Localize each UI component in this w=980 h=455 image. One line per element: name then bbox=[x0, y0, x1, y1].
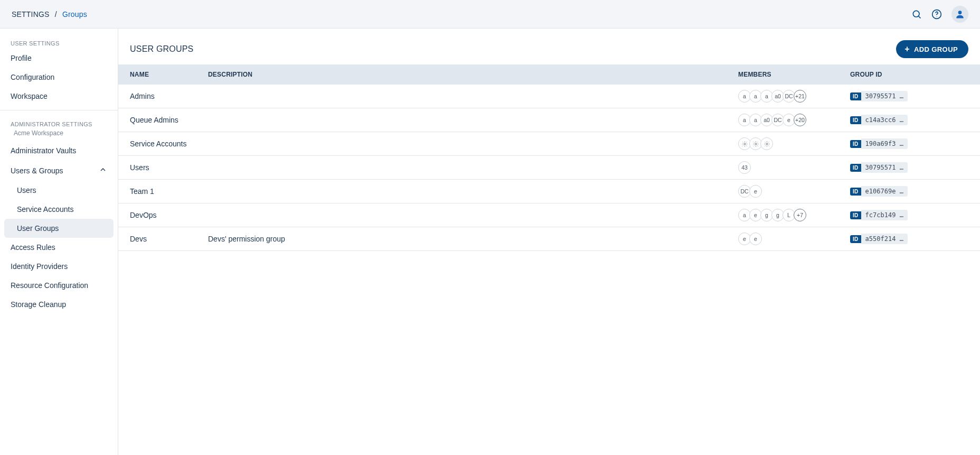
breadcrumb-sep: / bbox=[55, 10, 57, 18]
group-name[interactable]: Users bbox=[130, 163, 149, 172]
group-id-value: 30795571 … bbox=[861, 162, 908, 173]
add-group-label: ADD GROUP bbox=[914, 45, 958, 53]
table-row[interactable]: Users43ID30795571 … bbox=[118, 156, 980, 180]
group-id-badge[interactable]: IDa550f214 … bbox=[850, 234, 973, 244]
group-id-badge[interactable]: IDc14a3cc6 … bbox=[850, 115, 973, 125]
page-title: USER GROUPS bbox=[130, 44, 193, 54]
svg-point-7 bbox=[766, 143, 767, 144]
breadcrumb-settings[interactable]: SETTINGS bbox=[12, 10, 50, 18]
sidebar-item-users[interactable]: Users bbox=[0, 181, 118, 200]
group-id-badge[interactable]: ID30795571 … bbox=[850, 91, 973, 101]
sidebar-section-user: USER SETTINGS bbox=[0, 34, 118, 49]
sidebar-item-identity-providers[interactable]: Identity Providers bbox=[0, 257, 118, 276]
groups-table: NAME DESCRIPTION MEMBERS GROUP ID Admins… bbox=[118, 64, 980, 251]
page-header: USER GROUPS + ADD GROUP bbox=[118, 29, 980, 64]
members-avatars bbox=[738, 137, 835, 150]
sidebar-item-profile[interactable]: Profile bbox=[0, 49, 118, 68]
members-avatars: aaaa0DC+21 bbox=[738, 90, 835, 103]
members-overflow-count[interactable]: +21 bbox=[794, 90, 806, 103]
col-header-members[interactable]: MEMBERS bbox=[731, 64, 843, 85]
sidebar-item-storage-cleanup[interactable]: Storage Cleanup bbox=[0, 295, 118, 314]
plus-icon: + bbox=[904, 45, 910, 53]
sidebar-item-label: Users & Groups bbox=[11, 166, 63, 175]
sidebar-item-access-rules[interactable]: Access Rules bbox=[0, 238, 118, 257]
members-overflow-count[interactable]: +7 bbox=[794, 209, 806, 221]
group-name[interactable]: Admins bbox=[130, 92, 155, 100]
table-row[interactable]: Team 1DCeIDe106769e … bbox=[118, 180, 980, 203]
topbar-actions bbox=[911, 6, 968, 23]
col-header-name[interactable]: NAME bbox=[118, 64, 201, 85]
id-label: ID bbox=[850, 188, 861, 196]
add-group-button[interactable]: + ADD GROUP bbox=[896, 40, 968, 58]
sidebar-item-service-accounts[interactable]: Service Accounts bbox=[0, 200, 118, 219]
group-id-badge[interactable]: ID190a69f3 … bbox=[850, 138, 973, 149]
table-row[interactable]: DevOpsaeggL+7IDfc7cb149 … bbox=[118, 203, 980, 227]
breadcrumb-groups[interactable]: Groups bbox=[62, 10, 87, 18]
table-row[interactable]: Queue Adminsaaa0DCe+20IDc14a3cc6 … bbox=[118, 108, 980, 132]
group-id-badge[interactable]: IDe106769e … bbox=[850, 186, 973, 197]
svg-point-0 bbox=[913, 11, 919, 17]
svg-point-3 bbox=[937, 16, 937, 16]
group-name[interactable]: Team 1 bbox=[130, 187, 154, 196]
sidebar-divider bbox=[0, 110, 118, 110]
members-count[interactable]: 43 bbox=[738, 161, 751, 174]
col-header-description[interactable]: DESCRIPTION bbox=[201, 64, 731, 85]
svg-point-4 bbox=[958, 11, 962, 14]
members-avatars: aeggL+7 bbox=[738, 209, 835, 221]
svg-line-1 bbox=[919, 16, 921, 18]
sidebar-item-user-groups[interactable]: User Groups bbox=[4, 219, 114, 238]
sidebar: USER SETTINGS ProfileConfigurationWorksp… bbox=[0, 29, 118, 455]
col-header-group-id[interactable]: GROUP ID bbox=[843, 64, 980, 85]
help-icon[interactable] bbox=[931, 9, 942, 20]
group-name[interactable]: Queue Admins bbox=[130, 116, 178, 124]
group-name[interactable]: Service Accounts bbox=[130, 140, 186, 148]
sidebar-item-workspace[interactable]: Workspace bbox=[0, 87, 118, 106]
group-id-badge[interactable]: IDfc7cb149 … bbox=[850, 210, 973, 220]
members-overflow-count[interactable]: +20 bbox=[794, 114, 806, 126]
group-id-value: fc7cb149 … bbox=[861, 210, 908, 220]
member-avatar[interactable]: e bbox=[749, 185, 762, 198]
group-name[interactable]: DevOps bbox=[130, 211, 157, 219]
table-row[interactable]: Service AccountsID190a69f3 … bbox=[118, 132, 980, 156]
members-avatars: DCe bbox=[738, 185, 835, 198]
members-avatars: 43 bbox=[738, 161, 835, 174]
main-content: USER GROUPS + ADD GROUP NAME DESCRIPTION… bbox=[118, 29, 980, 455]
id-label: ID bbox=[850, 140, 861, 148]
group-id-value: a550f214 … bbox=[861, 234, 908, 244]
table-row[interactable]: DevsDevs' permission groupeeIDa550f214 … bbox=[118, 227, 980, 251]
sidebar-item-resource-configuration[interactable]: Resource Configuration bbox=[0, 276, 118, 295]
table-row[interactable]: Adminsaaaa0DC+21ID30795571 … bbox=[118, 85, 980, 108]
sidebar-item-configuration[interactable]: Configuration bbox=[0, 68, 118, 87]
member-avatar[interactable]: e bbox=[749, 233, 762, 245]
sidebar-section-admin: ADMINISTRATOR SETTINGS bbox=[0, 115, 118, 129]
id-label: ID bbox=[850, 235, 861, 243]
members-avatars: aaa0DCe+20 bbox=[738, 114, 835, 126]
breadcrumb: SETTINGS / Groups bbox=[12, 10, 87, 18]
sidebar-workspace-name: Acme Workspace bbox=[0, 129, 118, 141]
group-id-value: e106769e … bbox=[861, 186, 908, 197]
svg-point-5 bbox=[743, 143, 745, 144]
members-avatars: ee bbox=[738, 233, 835, 245]
group-id-value: c14a3cc6 … bbox=[861, 115, 908, 125]
group-name[interactable]: Devs bbox=[130, 235, 147, 243]
id-label: ID bbox=[850, 116, 861, 124]
search-icon[interactable] bbox=[911, 9, 922, 20]
id-label: ID bbox=[850, 164, 861, 172]
id-label: ID bbox=[850, 211, 861, 219]
group-id-badge[interactable]: ID30795571 … bbox=[850, 162, 973, 173]
sidebar-item-users-groups[interactable]: Users & Groups bbox=[0, 160, 118, 181]
group-description: Devs' permission group bbox=[208, 235, 285, 243]
sidebar-item-administrator-vaults[interactable]: Administrator Vaults bbox=[0, 141, 118, 160]
chevron-up-icon bbox=[99, 165, 107, 175]
topbar: SETTINGS / Groups bbox=[0, 0, 980, 29]
user-avatar[interactable] bbox=[951, 6, 968, 23]
id-label: ID bbox=[850, 92, 861, 100]
service-account-icon[interactable] bbox=[760, 137, 773, 150]
svg-point-6 bbox=[755, 143, 756, 144]
group-id-value: 190a69f3 … bbox=[861, 138, 908, 149]
group-id-value: 30795571 … bbox=[861, 91, 908, 101]
